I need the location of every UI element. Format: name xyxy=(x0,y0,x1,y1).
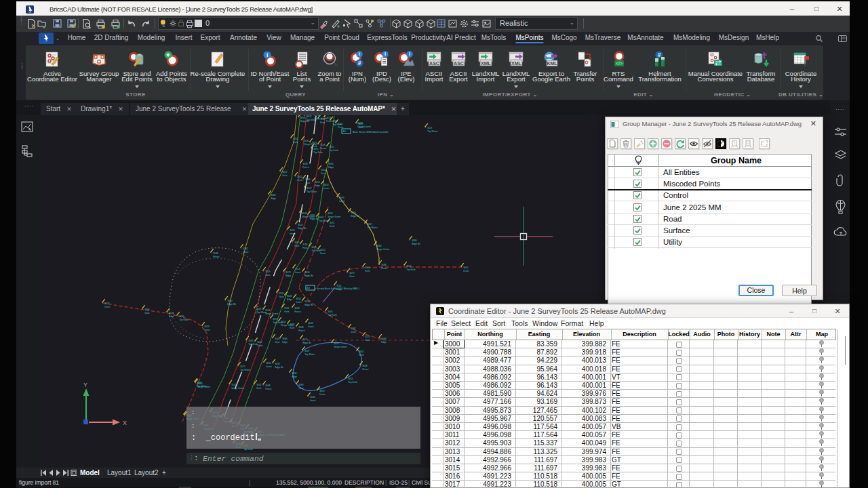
svg-text:Survey Base South 4059 Monday: Survey Base South 4059 Monday MADJ xyxy=(317,287,359,290)
svg-text:Kerb: Kerb xyxy=(359,354,363,357)
svg-text:3031: 3031 xyxy=(256,384,262,386)
svg-text:Kerb: Kerb xyxy=(284,310,289,313)
svg-text:Edge: Edge xyxy=(282,341,288,344)
svg-text:3086: 3086 xyxy=(282,338,288,340)
svg-text:3107: 3107 xyxy=(304,350,310,352)
svg-text:3099: 3099 xyxy=(305,178,311,181)
svg-text:3111: 3111 xyxy=(320,118,325,121)
svg-text:3114: 3114 xyxy=(231,384,236,386)
svg-text:Fence: Fence xyxy=(213,256,220,258)
svg-text:3084: 3084 xyxy=(376,245,382,247)
svg-text:Gate: Gate xyxy=(144,312,149,314)
svg-text:Top Kerb: Top Kerb xyxy=(313,151,323,154)
svg-text:3052: 3052 xyxy=(319,390,325,392)
svg-text:Verge Gutter: Verge Gutter xyxy=(376,248,390,251)
svg-text:Invert: Invert xyxy=(323,187,330,190)
svg-text:Fence: Fence xyxy=(381,267,388,270)
svg-text:3038: 3038 xyxy=(302,163,308,165)
svg-text:Fence: Fence xyxy=(320,147,327,150)
svg-text:</>: </> xyxy=(616,61,623,66)
svg-text:Gate: Gate xyxy=(275,341,279,344)
svg-text:Top Water: Top Water xyxy=(197,385,208,388)
svg-text:Verge Gutter: Verge Gutter xyxy=(265,312,279,315)
svg-text:3007: 3007 xyxy=(319,216,324,219)
svg-text:3104: 3104 xyxy=(265,309,271,312)
svg-text:3068: 3068 xyxy=(265,384,271,387)
svg-text:Edge Bit: Edge Bit xyxy=(275,366,283,369)
svg-text:Invert: Invert xyxy=(339,200,345,203)
svg-text:3020: 3020 xyxy=(298,224,303,226)
svg-text:3049: 3049 xyxy=(275,338,280,340)
svg-text:3106: 3106 xyxy=(169,312,174,314)
svg-text:3102: 3102 xyxy=(338,123,343,125)
svg-text:3069: 3069 xyxy=(144,308,150,311)
svg-text:Drain: Drain xyxy=(351,331,356,333)
svg-text:3045: 3045 xyxy=(328,310,333,313)
svg-text:3011: 3011 xyxy=(330,222,334,224)
svg-text:3097: 3097 xyxy=(197,382,202,384)
svg-text:3044: 3044 xyxy=(302,212,307,215)
svg-text:Invert: Invert xyxy=(295,271,301,274)
svg-text:Drain: Drain xyxy=(320,252,326,255)
svg-text:3091: 3091 xyxy=(290,323,295,326)
svg-text:XML: XML xyxy=(511,61,522,66)
svg-text:Invert: Invert xyxy=(266,365,272,368)
svg-text:3008: 3008 xyxy=(298,326,304,329)
svg-text:Fence: Fence xyxy=(302,247,309,249)
svg-text:Kerb: Kerb xyxy=(256,387,261,390)
svg-text:Edge: Edge xyxy=(328,166,334,169)
svg-text:Top Water: Top Water xyxy=(427,130,438,133)
svg-text:3024: 3024 xyxy=(334,342,339,345)
svg-text:3029: 3029 xyxy=(282,171,288,174)
svg-text:KML: KML xyxy=(547,61,557,66)
svg-text:3119: 3119 xyxy=(365,336,370,338)
svg-text:Drain: Drain xyxy=(104,306,110,308)
svg-text:XML: XML xyxy=(481,61,492,66)
svg-text:Top Water: Top Water xyxy=(240,369,251,371)
svg-text:3032: 3032 xyxy=(104,302,110,305)
svg-text:Fence: Fence xyxy=(294,310,301,313)
svg-text:3095: 3095 xyxy=(248,340,254,342)
svg-text:Top Water: Top Water xyxy=(367,226,378,229)
svg-text:Edge: Edge xyxy=(271,197,276,200)
svg-text:3039: 3039 xyxy=(265,270,271,273)
svg-text:X: X xyxy=(123,420,127,426)
svg-text:Control point: Control point xyxy=(357,125,371,128)
svg-text:3037: 3037 xyxy=(307,115,312,118)
svg-text:Verge Gutter: Verge Gutter xyxy=(302,216,315,218)
svg-text:ASC: ASC xyxy=(429,61,439,66)
svg-text:!: ! xyxy=(734,140,735,145)
svg-text:#: # xyxy=(358,60,361,66)
svg-text:Top Kerb: Top Kerb xyxy=(348,381,357,384)
svg-text:Fence: Fence xyxy=(265,388,272,390)
svg-text:Drain: Drain xyxy=(257,344,262,347)
svg-text:3015: 3015 xyxy=(348,378,353,380)
svg-text:3076: 3076 xyxy=(285,271,291,274)
svg-text:3043: 3043 xyxy=(310,396,315,399)
svg-text:3062: 3062 xyxy=(297,176,302,178)
svg-text:Drain: Drain xyxy=(321,172,326,175)
svg-text:Kerb: Kerb xyxy=(312,145,317,148)
svg-text:Top Water: Top Water xyxy=(304,353,315,356)
svg-text:Fence: Fence xyxy=(298,329,305,332)
svg-text:Edge: Edge xyxy=(285,274,291,277)
svg-text:Edge: Edge xyxy=(381,341,387,344)
svg-text:3021: 3021 xyxy=(284,307,290,310)
svg-text:Verge Gutter: Verge Gutter xyxy=(328,216,341,218)
svg-text:Gate: Gate xyxy=(349,275,354,278)
svg-text:3023: 3023 xyxy=(204,325,210,328)
svg-text:Kerb: Kerb xyxy=(290,327,294,329)
svg-text:Invert: Invert xyxy=(296,301,302,304)
svg-text:3035: 3035 xyxy=(311,246,317,249)
svg-text:3100: 3100 xyxy=(304,300,310,303)
svg-text:3070: 3070 xyxy=(302,338,308,341)
svg-text:3093: 3093 xyxy=(339,197,344,199)
svg-text:3058: 3058 xyxy=(294,307,300,310)
svg-text:3112: 3112 xyxy=(321,169,326,171)
svg-text:3061: 3061 xyxy=(359,350,364,353)
svg-text:3103: 3103 xyxy=(290,229,295,232)
svg-text:3079: 3079 xyxy=(349,272,355,274)
svg-text:Y: Y xyxy=(83,382,87,388)
svg-text:3017: 3017 xyxy=(273,318,278,321)
svg-text:3081: 3081 xyxy=(294,241,300,244)
